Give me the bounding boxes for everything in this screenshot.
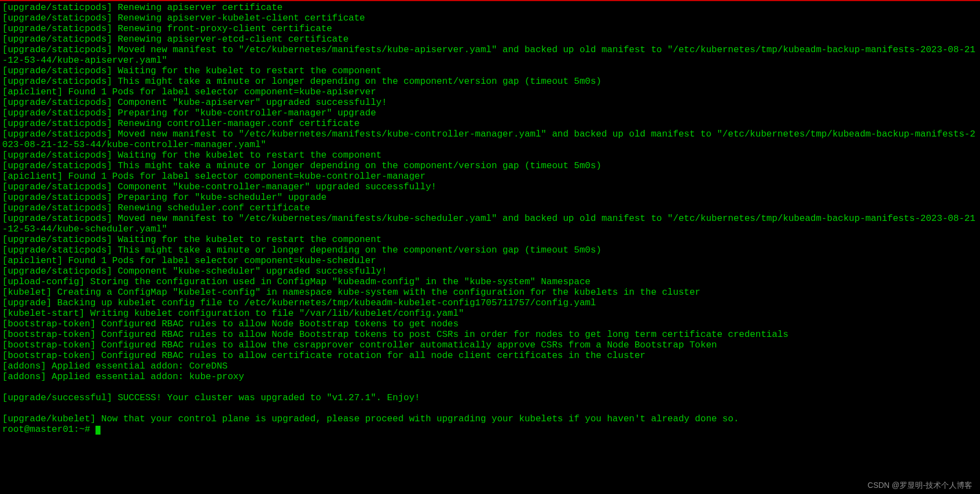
- shell-prompt: root@master01:~#: [2, 424, 96, 435]
- watermark-text: CSDN @罗显明-技术个人博客: [868, 481, 972, 491]
- cursor: [96, 426, 100, 435]
- output-lines: [upgrade/staticpods] Renewing apiserver …: [2, 2, 976, 424]
- terminal-output[interactable]: [upgrade/staticpods] Renewing apiserver …: [0, 1, 980, 435]
